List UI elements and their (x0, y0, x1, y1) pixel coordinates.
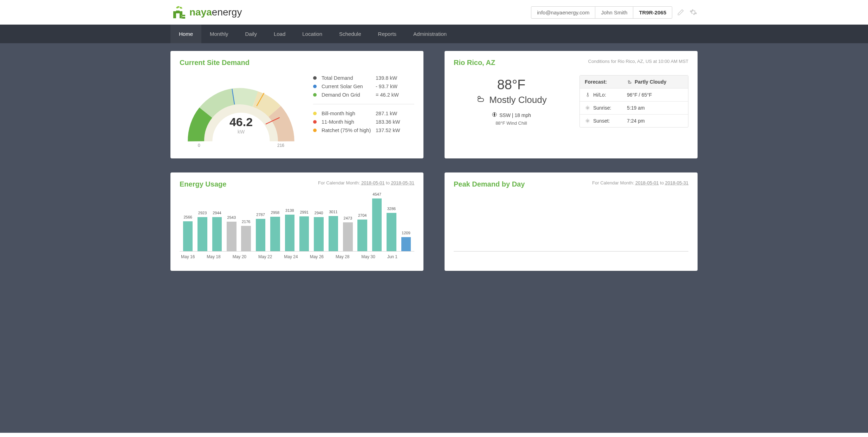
panel-peak: Peak Demand by Day For Calendar Month: 2… (445, 172, 698, 271)
bar-label: 2944 (213, 211, 221, 215)
header-email[interactable]: info@nayaenergy.com (531, 7, 595, 18)
demand-gauge: 46.2 kW 0 216 (180, 72, 303, 151)
gear-icon[interactable] (689, 8, 698, 17)
brand-bold: naya (189, 7, 212, 18)
brand-rest: energy (212, 7, 242, 18)
legend-value: - 93.7 kW (376, 84, 414, 89)
bar[interactable]: 1209 (399, 237, 413, 251)
header-user[interactable]: John Smith (595, 7, 633, 18)
nav-administration[interactable]: Administration (405, 25, 455, 43)
nav-schedule[interactable]: Schedule (331, 25, 370, 43)
usage-from-link[interactable]: 2018-05-01 (361, 180, 385, 185)
bar[interactable]: 2473 (341, 222, 355, 251)
usage-to-link[interactable]: 2018-05-31 (391, 180, 415, 185)
cloud-icon (476, 94, 486, 106)
gauge-unit: kW (229, 129, 253, 135)
x-tick: May 18 (207, 254, 232, 259)
legend-label: Total Demand (322, 75, 376, 81)
bar-label: 2923 (198, 211, 207, 215)
weather-chill: 88°F Wind Chill (454, 120, 569, 126)
nav-load[interactable]: Load (265, 25, 294, 43)
x-tick: May 20 (233, 254, 258, 259)
logo-icon (170, 4, 187, 20)
bar-label: 2176 (242, 220, 250, 224)
legend-value: 139.8 kW (376, 75, 414, 81)
bar[interactable]: 4547 (370, 198, 384, 251)
legend-label: Bill-month high (322, 111, 376, 116)
legend-row: Demand On Grid= 46.2 kW (313, 91, 414, 99)
sunset-icon (585, 118, 590, 124)
bar-label: 2704 (358, 213, 367, 217)
logo[interactable]: nayaenergy (170, 4, 242, 20)
nav-daily[interactable]: Daily (237, 25, 265, 43)
bar-label: 2473 (344, 216, 352, 220)
hilo-value: 96°F / 65°F (627, 92, 652, 98)
legend-dot (313, 85, 317, 88)
bar[interactable]: 3286 (384, 213, 398, 251)
compass-icon (492, 112, 497, 118)
sunrise-icon (585, 105, 590, 111)
svg-point-9 (587, 120, 589, 122)
sunset-label: Sunset: (593, 118, 610, 124)
sunrise-value: 5:19 am (627, 105, 645, 111)
legend-row: Current Solar Gen- 93.7 kW (313, 82, 414, 91)
x-tick: May 16 (181, 254, 207, 259)
bar[interactable]: 2923 (195, 217, 209, 251)
weather-subtitle: Conditions for Rio Rico, AZ, US at 10:00… (588, 59, 688, 64)
bar[interactable]: 2958 (268, 217, 282, 251)
edit-icon[interactable] (676, 8, 685, 17)
header-code[interactable]: TR9R-2065 (633, 7, 672, 18)
bar-label: 2958 (271, 210, 279, 215)
legend-dot (313, 112, 317, 115)
svg-point-7 (628, 80, 629, 82)
peak-from-link[interactable]: 2018-05-01 (635, 180, 659, 185)
x-tick: May 22 (258, 254, 284, 259)
nav-location[interactable]: Location (294, 25, 331, 43)
nav-home[interactable]: Home (170, 25, 201, 43)
peak-to-link[interactable]: 2018-05-31 (665, 180, 689, 185)
svg-rect-1 (181, 17, 185, 18)
legend-label: Ratchet (75% of high) (322, 128, 376, 133)
x-tick: May 30 (361, 254, 387, 259)
legend-value: 183.36 kW (376, 119, 414, 125)
legend-label: 11-Month high (322, 119, 376, 125)
panel-demand-title: Current Site Demand (180, 59, 414, 67)
gauge-max: 216 (277, 143, 284, 148)
legend-label: Current Solar Gen (322, 84, 376, 89)
legend-dot (313, 93, 317, 97)
legend-row: Bill-month high287.1 kW (313, 109, 414, 118)
bar[interactable]: 2176 (239, 226, 253, 251)
bar[interactable]: 2940 (312, 217, 325, 251)
bar[interactable]: 3138 (283, 215, 297, 251)
forecast-label: Forecast: (585, 79, 627, 85)
nav-reports[interactable]: Reports (370, 25, 405, 43)
bar[interactable]: 2566 (181, 221, 195, 251)
bar[interactable]: 2543 (225, 222, 238, 251)
bar-label: 2566 (183, 215, 192, 219)
bar[interactable]: 2787 (254, 219, 267, 251)
legend-dot (313, 76, 317, 80)
bar[interactable]: 2944 (210, 217, 224, 251)
panel-usage: Energy Usage For Calendar Month: 2018-05… (170, 172, 423, 271)
bar[interactable]: 3011 (326, 216, 340, 251)
demand-legend: Total Demand139.8 kWCurrent Solar Gen- 9… (313, 72, 414, 135)
weather-condition: Mostly Cloudy (489, 94, 546, 105)
nav-monthly[interactable]: Monthly (201, 25, 237, 43)
usage-chart: 2566292329442543217627872958313829912940… (180, 195, 414, 262)
bar[interactable]: 2704 (356, 220, 369, 251)
bar-label: 1209 (402, 231, 410, 235)
main-nav: HomeMonthlyDailyLoadLocationScheduleRepo… (163, 25, 705, 43)
thermometer-icon (585, 92, 590, 98)
bar-label: 3286 (387, 207, 396, 211)
peak-range: For Calendar Month: 2018-05-01 to 2018-0… (592, 180, 688, 185)
sunrise-label: Sunrise: (593, 105, 611, 111)
legend-row: Ratchet (75% of high)137.52 kW (313, 126, 414, 135)
hilo-label: Hi/Lo: (593, 92, 606, 98)
bar[interactable]: 2991 (297, 216, 311, 251)
partly-cloudy-icon (627, 79, 633, 85)
bar-label: 4547 (373, 192, 381, 196)
bar-label: 2543 (227, 215, 236, 220)
svg-point-8 (587, 107, 589, 109)
bar-label: 3138 (285, 208, 294, 213)
legend-dot (313, 129, 317, 132)
